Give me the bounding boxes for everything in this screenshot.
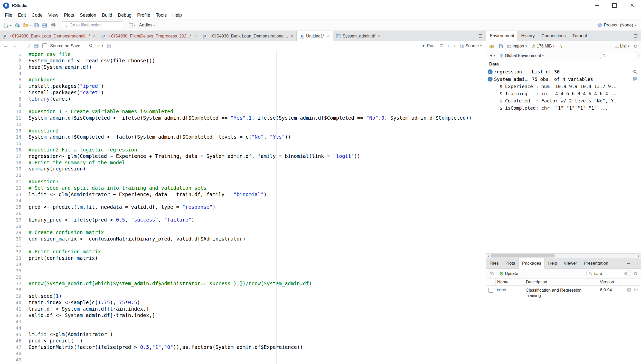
go-previous-section-icon[interactable]: ↑ <box>446 43 450 49</box>
editor-tab[interactable]: R+CIS4930_Bank Loan_Demonstrational...× <box>200 31 297 41</box>
tab-plots[interactable]: Plots <box>502 258 519 269</box>
install-packages-button[interactable] <box>488 271 496 276</box>
clear-search-icon[interactable] <box>624 272 628 275</box>
save-all-button[interactable] <box>41 22 49 28</box>
menu-help[interactable]: Help <box>169 13 185 18</box>
tab-viewer[interactable]: Viewer <box>560 258 580 269</box>
load-workspace-button[interactable] <box>488 44 495 49</box>
menu-edit[interactable]: Edit <box>15 13 29 18</box>
menu-debug[interactable]: Debug <box>115 13 134 18</box>
save-icon[interactable] <box>34 43 39 48</box>
tab-environment[interactable]: Environment <box>486 31 518 41</box>
goto-file-input[interactable] <box>69 23 123 28</box>
rerun-icon[interactable] <box>438 43 444 48</box>
menu-file[interactable]: File <box>2 13 15 18</box>
tab-files[interactable]: Files <box>486 258 502 269</box>
new-file-button[interactable]: ▾ <box>3 22 13 29</box>
menu-tools[interactable]: Tools <box>153 13 169 18</box>
tab-close-icon[interactable]: × <box>93 34 96 38</box>
maximize-pane-icon[interactable] <box>479 34 482 38</box>
menu-plots[interactable]: Plots <box>61 13 77 18</box>
tab-close-icon[interactable]: × <box>327 34 330 38</box>
goto-file-search[interactable] <box>61 21 123 29</box>
package-name-link[interactable]: caret <box>497 288 506 292</box>
save-workspace-button[interactable] <box>498 44 504 49</box>
environment-object-row[interactable]: ▼System_admi…75 obs. of 4 variables <box>486 75 641 83</box>
menu-profile[interactable]: Profile <box>134 13 153 18</box>
collapse-expander-icon[interactable]: ▼ <box>488 77 493 82</box>
close-button[interactable]: × <box>623 0 641 11</box>
environment-search[interactable] <box>600 52 639 59</box>
browse-url-icon[interactable] <box>627 288 631 292</box>
code-content[interactable]: #open csv fileSystem_admin.df <- read.cs… <box>25 50 486 364</box>
list-view-button[interactable]: List ▾ <box>614 43 630 49</box>
maximize-pane-icon[interactable] <box>634 262 637 265</box>
editor-tab[interactable]: RUntitled1*× <box>297 31 333 41</box>
clear-objects-broom-icon[interactable] <box>558 44 564 49</box>
packages-search[interactable] <box>586 270 630 277</box>
memory-usage-button[interactable]: 176 MiB ▾ <box>530 43 555 49</box>
packages-search-input[interactable] <box>594 271 623 276</box>
project-menu[interactable]: Project: (None) ▾ <box>597 23 638 28</box>
scroll-left-icon[interactable]: ◀ <box>486 255 491 257</box>
go-next-section-icon[interactable]: ↓ <box>453 43 456 49</box>
column-header-name[interactable]: Name <box>496 279 524 285</box>
minimize-pane-icon[interactable] <box>627 263 630 264</box>
minimize-pane-icon[interactable] <box>627 36 630 36</box>
find-replace-icon[interactable] <box>88 43 94 48</box>
maximize-button[interactable] <box>606 0 623 11</box>
menu-session[interactable]: Session <box>77 13 99 18</box>
print-button[interactable] <box>50 22 57 28</box>
tab-tutorial[interactable]: Tutorial <box>569 31 590 41</box>
addins-menu[interactable]: Addins ▾ <box>138 22 156 29</box>
environment-selector[interactable]: Global Environment ▾ <box>498 53 545 59</box>
forward-arrow-icon[interactable]: → <box>11 43 18 49</box>
save-button[interactable] <box>33 22 40 28</box>
tab-packages[interactable]: Packages <box>519 258 545 269</box>
scrollbar-thumb[interactable] <box>491 254 555 257</box>
column-header-description[interactable]: Description <box>524 279 598 285</box>
package-row[interactable]: caretClassification and Regression Train… <box>486 286 641 301</box>
minimize-pane-icon[interactable] <box>472 36 475 36</box>
horizontal-scrollbar[interactable]: ◀ ▶ <box>486 253 641 258</box>
inspect-object-icon[interactable] <box>632 70 638 74</box>
scroll-right-icon[interactable]: ▶ <box>637 255 641 257</box>
tab-history[interactable]: History <box>518 31 538 41</box>
open-in-new-window-icon[interactable] <box>26 43 31 48</box>
back-arrow-icon[interactable]: ← <box>3 43 9 49</box>
compile-report-icon[interactable] <box>106 43 112 49</box>
tab-close-icon[interactable]: × <box>194 34 197 38</box>
code-editor[interactable]: 1234567891011121314151617181920212223242… <box>0 50 486 364</box>
language-selector[interactable]: R ▾ <box>488 53 496 59</box>
source-button[interactable]: Source ▾ <box>459 43 483 49</box>
environment-object-row[interactable]: ▶regressionList of 30 <box>486 68 641 75</box>
refresh-icon[interactable] <box>633 271 639 276</box>
tab-connections[interactable]: Connections <box>538 31 569 41</box>
tab-close-icon[interactable]: × <box>290 34 293 38</box>
open-file-button[interactable]: ▾ <box>22 22 32 28</box>
import-dataset-button[interactable]: Import ▾ <box>506 43 528 49</box>
new-project-button[interactable] <box>14 22 21 29</box>
tab-close-icon[interactable]: × <box>378 34 381 38</box>
editor-tab[interactable]: System_admin.df× <box>333 31 384 41</box>
source-on-save-checkbox[interactable] <box>42 43 48 49</box>
editor-tab[interactable]: R+CIS4930_Bank Loan_Demonstrationall...*… <box>0 31 99 41</box>
refresh-icon[interactable] <box>633 44 639 49</box>
editor-tab[interactable]: R+CIS4930_FlightDelays_Preprocess_202...… <box>99 31 200 41</box>
code-tools-wand-icon[interactable]: ▾ <box>96 43 104 48</box>
update-packages-button[interactable]: Update <box>498 271 519 276</box>
package-checkbox[interactable] <box>488 288 493 293</box>
expand-expander-icon[interactable]: ▶ <box>488 69 493 74</box>
run-button[interactable]: Run <box>420 43 436 49</box>
environment-search-input[interactable] <box>607 53 636 58</box>
tab-presentation[interactable]: Presentation <box>580 258 611 269</box>
maximize-pane-icon[interactable] <box>634 34 637 38</box>
remove-package-icon[interactable] <box>634 288 638 292</box>
column-header-version[interactable]: Version <box>598 279 620 285</box>
view-data-grid-icon[interactable] <box>632 77 638 81</box>
minimize-button[interactable] <box>588 0 606 11</box>
workspace-panes-button[interactable]: ▾ <box>127 22 137 28</box>
line-number-gutter[interactable]: 1234567891011121314151617181920212223242… <box>0 50 25 364</box>
menu-build[interactable]: Build <box>99 13 115 18</box>
menu-code[interactable]: Code <box>29 13 45 18</box>
